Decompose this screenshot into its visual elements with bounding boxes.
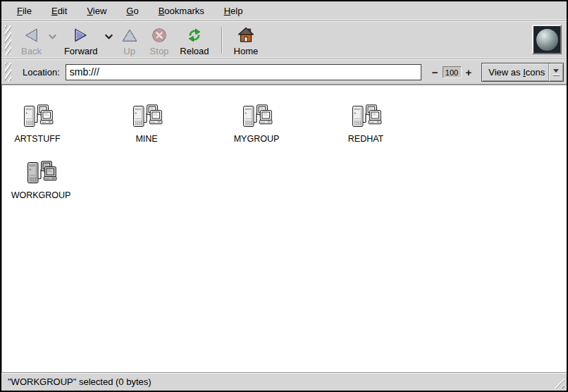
home-icon: [237, 26, 255, 44]
icon-label: MYGROUP: [234, 134, 280, 144]
reload-label: Reload: [180, 46, 209, 56]
back-label: Back: [21, 46, 42, 56]
back-button[interactable]: Back: [16, 24, 47, 56]
forward-button[interactable]: Forward: [58, 24, 104, 56]
toolbar-separator: [221, 27, 222, 54]
smb-workgroup-icon: [350, 104, 382, 130]
reload-button[interactable]: Reload: [174, 24, 214, 56]
file-manager-window: File Edit View Go Bookmarks Help Back Fo…: [0, 0, 568, 392]
forward-dropdown-button[interactable]: [104, 24, 115, 56]
icon-view-pane[interactable]: ARTSTUFF MINE MYGROUP REDHAT WORKGROUP: [1, 85, 567, 372]
view-as-suffix: cons: [526, 67, 545, 78]
icon-label: MINE: [135, 134, 157, 144]
stop-label: Stop: [150, 46, 169, 56]
chevron-down-icon: [104, 34, 113, 40]
view-as-prefix: View as: [488, 67, 523, 78]
smb-workgroup-icon: [22, 104, 54, 130]
location-input[interactable]: [66, 64, 421, 80]
stop-icon: [150, 26, 168, 44]
menu-edit[interactable]: Edit: [42, 6, 77, 16]
toolbar: Back Forward Up Stop Reload Home: [1, 21, 567, 59]
resize-grip[interactable]: [552, 376, 564, 388]
smb-workgroup-icon: [241, 104, 273, 130]
menu-file-mnemonic: F: [17, 6, 23, 16]
status-bar: "WORKGROUP" selected (0 bytes): [1, 372, 567, 391]
menu-bar: File Edit View Go Bookmarks Help: [1, 1, 567, 21]
menu-bookmarks[interactable]: Bookmarks: [149, 6, 214, 16]
menu-edit-rest: dit: [58, 6, 68, 16]
location-label: Location:: [23, 67, 60, 78]
menu-go[interactable]: Go: [116, 6, 148, 16]
icon-label: ARTSTUFF: [14, 134, 60, 144]
dropdown-indicator-icon: [549, 68, 563, 76]
zoom-control: − 100 +: [429, 66, 475, 78]
up-label: Up: [123, 46, 135, 56]
menu-help[interactable]: Help: [214, 6, 253, 16]
home-label: Home: [234, 46, 259, 56]
menu-go-mnemonic: G: [126, 6, 133, 16]
zoom-level-indicator[interactable]: 100: [443, 66, 462, 78]
up-arrow-icon: [121, 26, 139, 44]
icon-redhat[interactable]: REDHAT: [316, 104, 415, 144]
icon-mygroup[interactable]: MYGROUP: [207, 104, 306, 144]
icon-mine[interactable]: MINE: [97, 104, 196, 144]
menu-help-mnemonic: H: [224, 6, 230, 16]
menu-file-rest: ile: [23, 6, 32, 16]
chevron-down-icon: [48, 34, 57, 40]
status-text: "WORKGROUP" selected (0 bytes): [8, 376, 152, 387]
back-dropdown-button[interactable]: [47, 24, 58, 56]
zoom-out-button[interactable]: −: [429, 67, 441, 78]
menu-go-rest: o: [133, 6, 138, 16]
menu-view[interactable]: View: [77, 6, 116, 16]
reload-icon: [185, 26, 204, 44]
menu-edit-mnemonic: E: [51, 6, 58, 16]
up-button[interactable]: Up: [115, 24, 144, 56]
location-bar: Location: − 100 + View as Icons: [1, 59, 567, 85]
smb-workgroup-icon: [25, 160, 57, 187]
icon-workgroup[interactable]: WORKGROUP: [1, 160, 90, 200]
menu-view-rest: iew: [93, 6, 107, 16]
view-as-label: View as Icons: [482, 67, 548, 78]
forward-arrow-icon: [72, 26, 90, 44]
sphere-throbber-icon: [536, 29, 558, 51]
stop-button[interactable]: Stop: [144, 24, 175, 56]
back-arrow-icon: [22, 26, 40, 44]
toolbar-drag-handle[interactable]: [5, 25, 11, 55]
icon-artstuff[interactable]: ARTSTUFF: [1, 104, 87, 144]
location-bar-drag-handle[interactable]: [5, 63, 11, 81]
menu-help-rest: elp: [230, 6, 242, 16]
throbber: [532, 25, 562, 54]
view-as-dropdown[interactable]: View as Icons: [481, 63, 564, 82]
home-button[interactable]: Home: [228, 24, 264, 56]
menu-bookmarks-rest: ookmarks: [164, 6, 204, 16]
menu-view-mnemonic: V: [87, 6, 92, 16]
forward-label: Forward: [64, 46, 98, 56]
menu-file[interactable]: File: [7, 6, 42, 16]
icon-label: REDHAT: [348, 134, 383, 144]
zoom-in-button[interactable]: +: [463, 67, 475, 78]
icon-label: WORKGROUP: [11, 190, 71, 200]
smb-workgroup-icon: [131, 104, 163, 130]
